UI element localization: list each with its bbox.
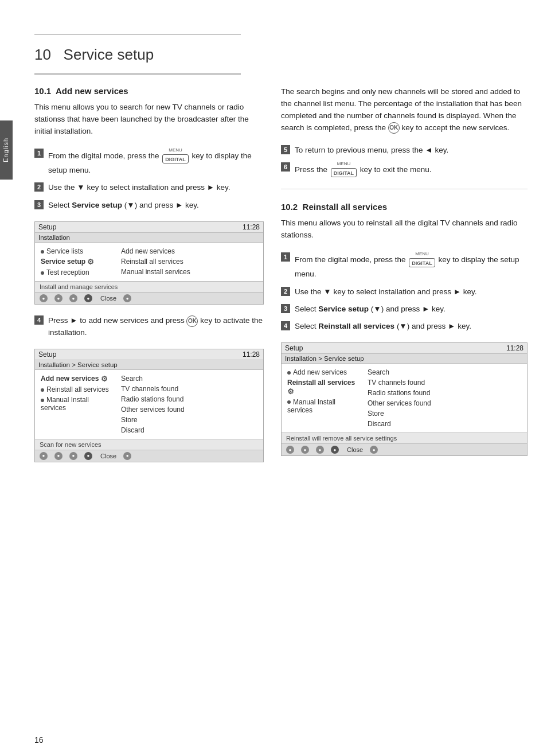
menu-body-1: Service lists Service setup ⚙ Test recep… (35, 243, 263, 281)
chapter-heading: 10 Service setup (34, 46, 154, 64)
menu-r3-item-1: Search (368, 367, 521, 377)
step-2: 2 Use the ▼ key to select installation a… (34, 182, 264, 193)
right-column: The search begins and only new channels … (281, 86, 528, 466)
menu-footer-1: Install and manage services (35, 281, 263, 292)
btn-m3-3: ● (316, 446, 324, 454)
btn-m2-close-label: Close (100, 453, 116, 459)
step-3: 3 Select Service setup (▼) and press ► k… (34, 200, 264, 211)
step-4: 4 Press ► to add new services and press … (34, 315, 264, 338)
page-number: 16 (34, 735, 44, 745)
menu-item-test-reception: Test reception (41, 267, 115, 278)
menu-r3-item-6: Discard (368, 419, 521, 429)
step-102-4: 4 Select Reinstall all services (▼) and … (281, 321, 528, 332)
step-102-1: 1 From the digital mode, press the MENU … (281, 252, 528, 280)
menu-m3-item-add: Add new services (287, 367, 362, 377)
menu-buttons-1: ● ● ● ● Close ● (35, 292, 263, 304)
menu-right-2: Search TV channels found Radio stations … (121, 373, 257, 435)
btn-m3-close-label: Close (347, 446, 363, 453)
btn-m3-5: ● (370, 446, 378, 454)
btn-m2-3: ● (69, 452, 77, 460)
menu-buttons-2: ● ● ● ● Close ● (35, 450, 263, 462)
menu-right-3: Search TV channels found Radio stations … (368, 367, 521, 429)
chapter-title: Service setup (64, 46, 154, 63)
menu-right-item-3: Manual install services (121, 267, 257, 277)
menu-r3-item-2: TV channels found (368, 377, 521, 388)
btn-5: ● (123, 294, 131, 302)
btn-m3-close[interactable]: ● (331, 446, 339, 454)
section-102-title: 10.2 Reinstall all services (281, 202, 528, 212)
chapter-number: 10 (34, 46, 51, 63)
menu-r2-item-2: TV channels found (121, 384, 257, 394)
section-101-title: 10.1 Add new services (34, 86, 264, 96)
ok-icon-s4: OK (186, 315, 198, 327)
menu-footer-3: Reinstall will remove all service settin… (282, 432, 527, 443)
menu-box-3: Setup 11:28 Installation > Service setup… (281, 342, 528, 456)
btn-m2-close[interactable]: ● (84, 452, 92, 460)
menu-item-manual: Manual Install services (41, 395, 115, 413)
btn-2: ● (54, 294, 62, 302)
btn-3: ● (69, 294, 77, 302)
digital-icon-s1: DIGITAL (162, 154, 188, 163)
ok-icon-r: OK (388, 122, 400, 134)
menu-r2-item-3: Radio stations found (121, 394, 257, 404)
menu-subheader-1: Installation (35, 233, 263, 243)
section-101-intro: This menu allows you to search for new T… (34, 102, 264, 138)
menu-r3-item-3: Radio stations found (368, 388, 521, 398)
section-101-continuation: The search begins and only new channels … (281, 86, 528, 134)
menu-item-service-lists: Service lists (41, 246, 115, 256)
step-102-3: 3 Select Service setup (▼) and press ► k… (281, 303, 528, 315)
btn-close-label: Close (100, 295, 116, 302)
gear-icon-2: ⚙ (101, 375, 108, 383)
menu-right-item-2: Reinstall all services (121, 256, 257, 267)
menu-footer-2: Scan for new services (35, 439, 263, 450)
menu-buttons-3: ● ● ● ● Close ● (282, 443, 527, 455)
language-tab: English (0, 120, 13, 180)
left-column: 10.1 Add new services This menu allows y… (34, 86, 264, 473)
menu-body-2: Add new services ⚙ Reinstall all service… (35, 370, 263, 439)
section-102-intro: This menu allows you to reinstall all th… (281, 217, 528, 241)
digital-icon-s6: DIGITAL (331, 168, 357, 177)
steps-5-6-list: 5 To return to previous menu, press the … (281, 145, 528, 179)
menu-left-3: Add new services Reinstall all services … (287, 367, 362, 429)
heading-rule (34, 73, 241, 75)
btn-m3-1: ● (286, 446, 294, 454)
menu-r2-item-6: Discard (121, 425, 257, 435)
step-5: 5 To return to previous menu, press the … (281, 145, 528, 156)
menu-item-add-new: Add new services ⚙ (41, 373, 115, 384)
step-6: 6 Press the MENU DIGITAL key to exit the… (281, 162, 528, 178)
btn-m2-1: ● (40, 452, 48, 460)
btn-m3-2: ● (301, 446, 309, 454)
btn-m2-5: ● (123, 452, 131, 460)
menu-right-1: Add new services Reinstall all services … (121, 246, 257, 278)
menu-m3-item-manual: Manual Install services (287, 397, 362, 415)
menu-right-item-1: Add new services (121, 246, 257, 256)
menu-subheader-3: Installation > Service setup (282, 354, 527, 364)
menu-r2-item-1: Search (121, 373, 257, 384)
menu-r3-item-4: Other services found (368, 398, 521, 408)
digital-icon-102-1: DIGITAL (409, 258, 435, 267)
menu-box-2: Setup 11:28 Installation > Service setup… (34, 349, 264, 462)
menu-r2-item-5: Store (121, 415, 257, 425)
menu-body-3: Add new services Reinstall all services … (282, 364, 527, 432)
step-1: 1 From the digital mode, press the MENU … (34, 148, 264, 177)
menu-left-1: Service lists Service setup ⚙ Test recep… (41, 246, 115, 278)
btn-close[interactable]: ● (84, 294, 92, 302)
menu-item-service-setup: Service setup ⚙ (41, 256, 115, 267)
menu-m3-item-reinstall: Reinstall all services ⚙ (287, 377, 362, 396)
gear-icon-3: ⚙ (287, 387, 294, 396)
menu-item-reinstall: Reinstall all services (41, 384, 115, 395)
gear-icon-1: ⚙ (87, 258, 94, 266)
btn-1: ● (40, 294, 48, 302)
menu-header-2: Setup 11:28 (35, 349, 263, 360)
top-rule (34, 34, 241, 35)
menu-r3-item-5: Store (368, 408, 521, 419)
menu-header-1: Setup 11:28 (35, 222, 263, 233)
steps-102-list: 1 From the digital mode, press the MENU … (281, 252, 528, 332)
menu-box-1: Setup 11:28 Installation Service lists S… (34, 221, 264, 305)
step-4-list: 4 Press ► to add new services and press … (34, 315, 264, 338)
right-divider (281, 189, 528, 189)
menu-header-3: Setup 11:28 (282, 343, 527, 354)
step-102-2: 2 Use the ▼ key to select installation a… (281, 286, 528, 298)
menu-r2-item-4: Other services found (121, 404, 257, 415)
menu-left-2: Add new services ⚙ Reinstall all service… (41, 373, 115, 435)
